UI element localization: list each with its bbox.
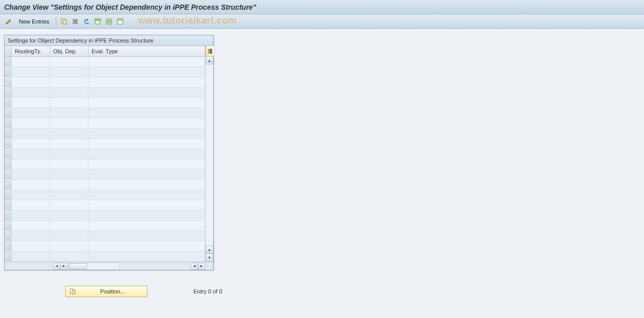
cell-eval[interactable] [88,139,205,149]
cell-routing[interactable] [12,118,50,128]
toggle-display-change-icon[interactable] [4,17,13,26]
table-row[interactable] [5,221,205,231]
row-selector[interactable] [5,77,12,87]
scroll-right-step-icon[interactable]: ► [60,263,68,270]
cell-eval[interactable] [88,200,205,210]
cell-objdep[interactable] [50,67,88,77]
vertical-scroll-track[interactable] [206,65,213,245]
table-row[interactable] [5,241,205,251]
row-selector[interactable] [5,200,12,210]
row-selector[interactable] [5,159,12,169]
select-block-icon[interactable] [104,17,114,26]
cell-routing[interactable] [12,190,50,200]
cell-objdep[interactable] [50,129,88,138]
table-row[interactable] [5,57,205,67]
row-selector[interactable] [5,251,12,261]
row-selector[interactable] [5,180,12,189]
row-selector[interactable] [5,88,12,97]
cell-objdep[interactable] [50,159,88,169]
cell-objdep[interactable] [50,149,88,159]
cell-objdep[interactable] [50,180,88,189]
row-selector-header[interactable] [5,46,12,56]
table-row[interactable] [5,180,205,190]
column-header-objdep[interactable]: Obj. Dep. [50,46,88,56]
cell-objdep[interactable] [50,200,88,210]
table-row[interactable] [5,169,205,180]
cell-objdep[interactable] [50,210,88,220]
cell-routing[interactable] [12,129,50,138]
row-selector[interactable] [5,67,12,77]
cell-eval[interactable] [88,149,205,159]
table-row[interactable] [5,77,205,88]
cell-routing[interactable] [12,231,50,241]
scroll-up-icon[interactable]: ▲ [206,56,213,65]
table-row[interactable] [5,251,205,262]
row-selector[interactable] [5,129,12,138]
cell-routing[interactable] [12,57,50,67]
scroll-left-icon[interactable]: ◄ [53,263,60,270]
cell-objdep[interactable] [50,190,88,200]
cell-routing[interactable] [12,98,50,108]
scroll-down-icon[interactable]: ▲ [206,245,213,253]
row-selector[interactable] [5,221,12,230]
delete-icon[interactable] [71,17,80,26]
cell-eval[interactable] [88,88,205,97]
cell-objdep[interactable] [50,98,88,108]
cell-objdep[interactable] [50,88,88,97]
horizontal-scroll-track[interactable] [69,263,120,270]
cell-routing[interactable] [12,210,50,220]
cell-routing[interactable] [12,139,50,149]
cell-routing[interactable] [12,149,50,159]
cell-objdep[interactable] [50,221,88,230]
cell-eval[interactable] [88,159,205,169]
table-row[interactable] [5,159,205,169]
cell-eval[interactable] [88,129,205,138]
row-selector[interactable] [5,139,12,149]
cell-objdep[interactable] [50,77,88,87]
cell-eval[interactable] [88,169,205,179]
row-selector[interactable] [5,98,12,108]
row-selector[interactable] [5,118,12,128]
row-selector[interactable] [5,190,12,200]
table-row[interactable] [5,129,205,139]
copy-icon[interactable] [59,17,69,26]
cell-routing[interactable] [12,159,50,169]
cell-eval[interactable] [88,67,205,77]
cell-eval[interactable] [88,77,205,87]
scroll-right-icon[interactable]: ► [198,263,205,270]
cell-eval[interactable] [88,118,205,128]
row-selector[interactable] [5,108,12,118]
table-row[interactable] [5,210,205,221]
horizontal-scroll-thumb[interactable] [69,263,87,269]
cell-eval[interactable] [88,108,205,118]
cell-eval[interactable] [88,57,205,67]
vertical-scrollbar[interactable]: ▲ ▲ ▼ [205,46,213,262]
scroll-bottom-icon[interactable]: ▼ [206,253,213,262]
cell-objdep[interactable] [50,241,88,251]
cell-objdep[interactable] [50,251,88,261]
table-row[interactable] [5,149,205,159]
cell-eval[interactable] [88,221,205,230]
table-row[interactable] [5,190,205,200]
cell-routing[interactable] [12,221,50,230]
cell-objdep[interactable] [50,169,88,179]
table-row[interactable] [5,67,205,77]
cell-routing[interactable] [12,67,50,77]
scroll-left-end-icon[interactable]: ◄ [191,263,198,270]
undo-icon[interactable] [82,17,91,26]
cell-routing[interactable] [12,77,50,87]
table-row[interactable] [5,139,205,149]
cell-routing[interactable] [12,169,50,179]
column-header-eval[interactable]: Eval. Type [88,46,205,56]
cell-eval[interactable] [88,241,205,251]
table-row[interactable] [5,200,205,210]
cell-objdep[interactable] [50,139,88,149]
cell-objdep[interactable] [50,118,88,128]
cell-routing[interactable] [12,241,50,251]
row-selector[interactable] [5,149,12,159]
cell-eval[interactable] [88,180,205,189]
new-entries-button[interactable]: New Entries [15,17,53,26]
cell-eval[interactable] [88,98,205,108]
select-all-icon[interactable] [93,17,102,26]
cell-objdep[interactable] [50,231,88,241]
